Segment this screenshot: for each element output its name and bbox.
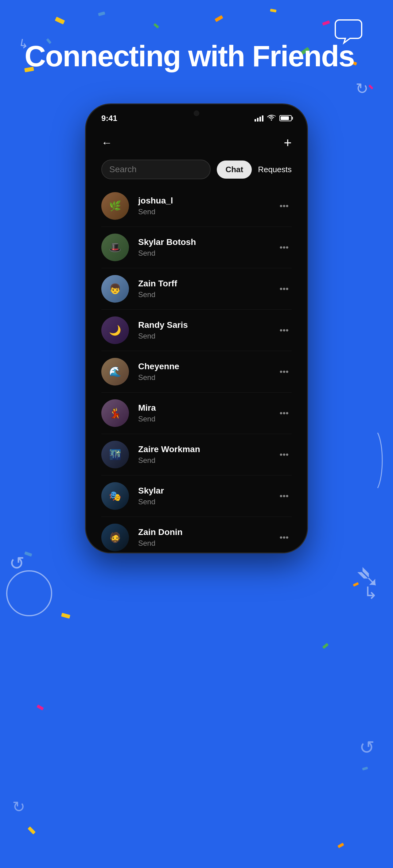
phone-screen: 9:41 [86,104,307,553]
chat-info: Skylar Botosh Send [138,237,277,257]
avatar: 🎭 [101,482,129,510]
avatar: 🌊 [101,358,129,385]
chat-item[interactable]: 💃 Mira Send ••• [101,393,292,434]
search-input-wrapper [101,160,211,179]
chat-info: Mira Send [138,403,277,423]
more-options-button[interactable]: ••• [277,239,292,255]
avatar: 🌃 [101,441,129,468]
more-options-button[interactable]: ••• [277,364,292,380]
chat-name: Zain Torff [138,279,277,288]
chat-info: Cheyenne Send [138,362,277,382]
chat-item[interactable]: 🌿 joshua_l Send ••• [101,185,292,227]
chat-name: Mira [138,403,277,413]
wifi-icon [267,114,276,122]
chat-sub-text: Send [138,373,277,382]
chat-name: Skylar Botosh [138,237,277,247]
avatar: 💃 [101,399,129,427]
chat-item[interactable]: 🎭 Skylar Send ••• [101,475,292,517]
chat-sub-text: Send [138,456,277,465]
chat-name: Cheyenne [138,362,277,371]
search-input[interactable] [101,160,211,179]
chat-sub-text: Send [138,498,277,506]
chat-sub-text: Send [138,539,277,548]
avatar: 🎩 [101,234,129,261]
chat-item[interactable]: 👦 Zain Torff Send ••• [101,268,292,310]
time-display: 9:41 [101,114,117,123]
chat-item[interactable]: 🎩 Skylar Botosh Send ••• [101,227,292,268]
more-options-button[interactable]: ••• [277,322,292,338]
more-options-button[interactable]: ••• [277,198,292,214]
more-options-button[interactable]: ••• [277,446,292,463]
chat-info: Zain Torff Send [138,279,277,299]
deco-curve-right [359,430,384,492]
avatar: 🧔 [101,524,129,551]
more-options-button[interactable]: ••• [277,405,292,421]
app-header: ← + [86,129,307,157]
chat-name: joshua_l [138,196,277,206]
chat-info: Zaire Workman Send [138,444,277,465]
chat-sub-text: Send [138,332,277,340]
add-button[interactable]: + [284,136,292,150]
tab-chat[interactable]: Chat [217,160,252,179]
chat-info: joshua_l Send [138,196,277,216]
chat-info: Skylar Send [138,486,277,506]
hero-title: Connecting with Friends [25,40,354,72]
chat-info: Zain Donin Send [138,527,277,548]
status-icons [254,114,292,122]
chat-sub-text: Send [138,415,277,423]
chat-item[interactable]: 🌙 Randy Saris Send ••• [101,310,292,351]
battery-icon [279,115,292,121]
more-options-button[interactable]: ••• [277,488,292,504]
more-options-button[interactable]: ••• [277,529,292,546]
search-tabs-row: Chat Requests [86,157,307,185]
chat-name: Zain Donin [138,527,277,537]
app-content: ← + Chat Requests 🌿 joshua_l Send ••• [86,129,307,553]
chat-list: 🌿 joshua_l Send ••• 🎩 Skylar Botosh Send… [86,185,307,553]
chat-sub-text: Send [138,208,277,216]
avatar: 🌿 [101,192,129,220]
chat-item[interactable]: 🌃 Zaire Workman Send ••• [101,434,292,475]
more-options-button[interactable]: ••• [277,281,292,297]
chat-sub-text: Send [138,290,277,299]
chat-name: Randy Saris [138,320,277,330]
tab-requests[interactable]: Requests [258,165,292,174]
chat-name: Zaire Workman [138,444,277,454]
phone-frame: 9:41 [86,104,307,553]
deco-circle-left [6,570,52,616]
avatar: 👦 [101,275,129,303]
deco-squiggle-right: ➴ [355,561,381,592]
chat-item[interactable]: 🧔 Zain Donin Send ••• [101,517,292,553]
chat-info: Randy Saris Send [138,320,277,340]
chat-item[interactable]: 🌊 Cheyenne Send ••• [101,351,292,393]
back-button[interactable]: ← [101,137,112,148]
chat-sub-text: Send [138,249,277,257]
status-bar: 9:41 [86,111,307,126]
signal-icon [254,115,264,122]
avatar: 🌙 [101,316,129,344]
chat-name: Skylar [138,486,277,496]
